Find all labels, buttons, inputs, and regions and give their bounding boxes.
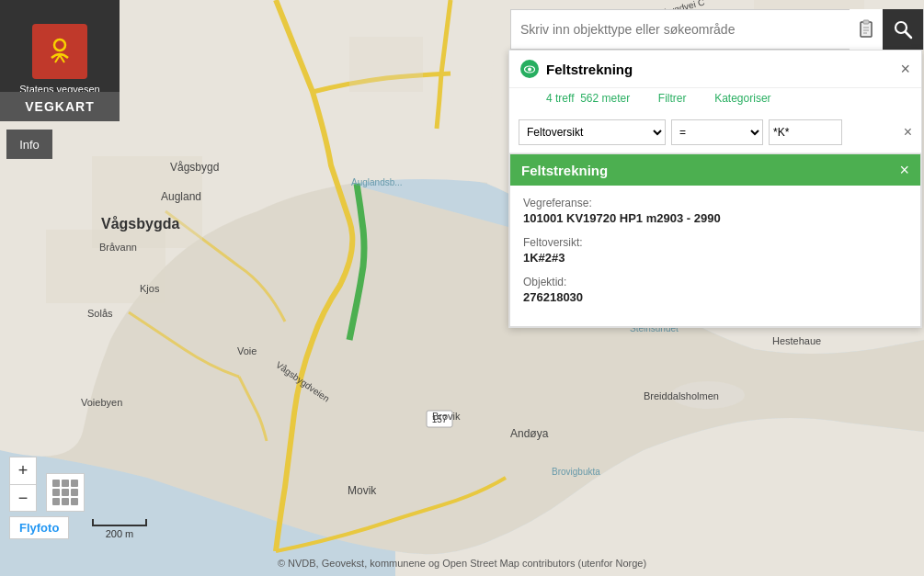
logo-emblem: [32, 24, 87, 79]
detail-card-title: Feltstrekning: [521, 163, 608, 178]
info-button[interactable]: Info: [6, 130, 52, 159]
filter-close-button[interactable]: ×: [904, 124, 912, 141]
filter-link[interactable]: Filtrer: [658, 92, 687, 105]
scale-line: [92, 519, 147, 526]
detail-field-feltoversikt: Feltoversikt: 1K#2#3: [523, 236, 907, 265]
eye-svg: [524, 65, 535, 73]
detail-value-vegreferanse: 101001 KV19720 HP1 m2903 - 2990: [523, 211, 907, 225]
detail-field-vegreferanse: Vegreferanse: 101001 KV19720 HP1 m2903 -…: [523, 197, 907, 225]
svg-point-1: [671, 381, 745, 409]
flyfoto-button[interactable]: Flyfoto: [9, 516, 69, 539]
detail-card: Feltstrekning × Vegreferanse: 101001 KV1…: [509, 153, 921, 327]
zoom-controls: + −: [9, 457, 37, 512]
vegkart-label: VEGKART: [25, 99, 94, 114]
results-panel: Feltstrekning × 4 treff 562 meter Filtre…: [508, 50, 922, 328]
svg-rect-6: [349, 37, 423, 92]
statens-vegvesen-logo: [39, 30, 81, 73]
categorize-link[interactable]: Kategoriser: [714, 92, 770, 105]
attribution: © NVDB, Geovekst, kommunene og Open Stre…: [0, 558, 924, 569]
layer-grid-icon: [52, 480, 78, 505]
detail-card-close-button[interactable]: ×: [899, 162, 909, 178]
zoom-out-button[interactable]: −: [9, 484, 37, 512]
svg-line-16: [906, 32, 912, 39]
filter-type-select[interactable]: Feltoversikt: [519, 119, 666, 145]
detail-label-objektid: Objektid:: [523, 276, 907, 288]
detail-card-header: Feltstrekning ×: [510, 154, 920, 186]
detail-value-objektid: 276218030: [523, 290, 907, 304]
eye-icon: [520, 60, 539, 78]
vegkart-bar: VEGKART: [0, 92, 120, 121]
clipboard-button[interactable]: [850, 9, 883, 50]
scale-label: 200 m: [106, 528, 134, 539]
results-close-button[interactable]: ×: [900, 61, 910, 77]
filter-value-input[interactable]: [769, 119, 842, 145]
detail-value-feltoversikt: 1K#2#3: [523, 251, 907, 265]
clipboard-icon: [857, 19, 875, 40]
detail-card-body: Vegreferanse: 101001 KV19720 HP1 m2903 -…: [510, 186, 920, 326]
zoom-in-button[interactable]: +: [9, 457, 37, 484]
svg-text:157: 157: [432, 414, 448, 424]
svg-rect-5: [46, 230, 165, 303]
detail-field-objektid: Objektid: 276218030: [523, 276, 907, 304]
search-icon: [893, 19, 913, 40]
detail-label-vegreferanse: Vegreferanse:: [523, 197, 907, 209]
detail-label-feltoversikt: Feltoversikt:: [523, 236, 907, 249]
layer-toggle-button[interactable]: [46, 473, 85, 512]
filter-row: Feltoversikt = ×: [509, 112, 921, 153]
scale-bar: 200 m: [92, 519, 147, 539]
filter-operator-select[interactable]: =: [671, 119, 763, 145]
results-meta: 4 treff 562 meter Filtrer Kategoriser: [509, 88, 921, 112]
svg-rect-11: [863, 20, 869, 24]
results-count-link[interactable]: 4 treff 562 meter: [546, 92, 630, 105]
svg-point-18: [528, 67, 531, 71]
results-title: Feltstrekning: [546, 62, 893, 77]
search-button[interactable]: [883, 9, 923, 50]
results-header: Feltstrekning ×: [509, 51, 921, 88]
search-input[interactable]: [511, 22, 850, 37]
search-bar: [510, 9, 924, 50]
